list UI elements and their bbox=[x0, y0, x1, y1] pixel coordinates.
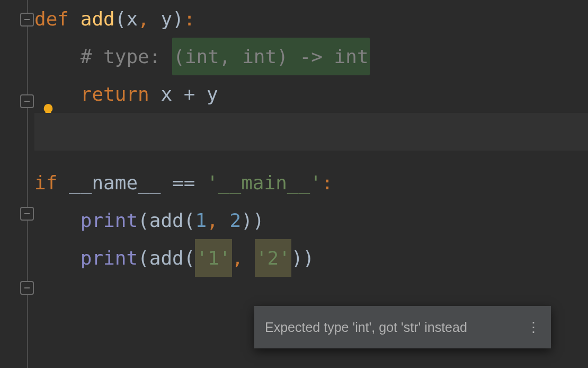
tooltip-text: Expected type 'int', got 'str' instead bbox=[265, 320, 467, 335]
paren-open: ( bbox=[138, 239, 149, 277]
int-literal: 1 bbox=[195, 201, 207, 239]
fold-toggle-icon[interactable] bbox=[20, 13, 34, 27]
comma: , bbox=[207, 201, 229, 239]
code-area[interactable]: def add(x, y): # type: (int, int) -> int… bbox=[34, 0, 588, 277]
builtin-print: print bbox=[81, 239, 138, 277]
svg-rect-2 bbox=[24, 213, 30, 214]
code-line-gap bbox=[34, 151, 588, 164]
dunder-name: __name__ bbox=[69, 164, 172, 201]
builtin-print: print bbox=[81, 201, 138, 239]
svg-rect-3 bbox=[24, 287, 30, 288]
string-literal-warning: '2' bbox=[255, 239, 291, 277]
return-expression: x + y bbox=[161, 75, 218, 113]
code-line[interactable]: # type: (int, int) -> int bbox=[34, 38, 588, 75]
comment-text: # type: bbox=[81, 38, 172, 75]
string-literal-warning: '1' bbox=[195, 239, 231, 277]
call-add: add bbox=[149, 201, 184, 239]
code-editor[interactable]: def add(x, y): # type: (int, int) -> int… bbox=[0, 0, 588, 368]
fold-toggle-icon[interactable] bbox=[20, 207, 34, 221]
code-line[interactable]: def add(x, y): bbox=[34, 0, 588, 38]
colon: : bbox=[322, 164, 333, 201]
paren-open: ( bbox=[184, 239, 195, 277]
indent bbox=[34, 38, 81, 75]
string-main: '__main__' bbox=[207, 164, 322, 201]
code-line[interactable]: print(add(1, 2)) bbox=[34, 201, 588, 239]
fold-guide-line bbox=[27, 0, 28, 368]
fold-toggle-icon[interactable] bbox=[20, 94, 34, 108]
keyword-if: if bbox=[34, 164, 69, 201]
int-literal: 2 bbox=[230, 201, 242, 239]
comma: , bbox=[232, 239, 255, 277]
type-hint-comment: (int, int) -> int bbox=[172, 38, 369, 75]
paren-close: ) bbox=[303, 239, 315, 277]
paren-open: ( bbox=[138, 201, 149, 239]
svg-rect-1 bbox=[24, 101, 30, 102]
param-y: y bbox=[161, 0, 172, 38]
paren-close: ) bbox=[253, 201, 264, 239]
indent bbox=[34, 75, 81, 113]
paren-open: ( bbox=[115, 0, 127, 38]
paren-close: ) bbox=[172, 0, 184, 38]
colon: : bbox=[184, 0, 195, 38]
param-x: x bbox=[126, 0, 138, 38]
fold-toggle-icon[interactable] bbox=[20, 281, 34, 295]
editor-gutter bbox=[0, 0, 34, 368]
keyword-def: def bbox=[34, 0, 81, 38]
paren-close: ) bbox=[241, 201, 253, 239]
operator-eq: == bbox=[172, 164, 207, 201]
indent bbox=[34, 201, 81, 239]
paren-close: ) bbox=[291, 239, 303, 277]
more-actions-icon[interactable]: ⋮ bbox=[527, 319, 540, 336]
inspection-tooltip[interactable]: Expected type 'int', got 'str' instead ⋮ bbox=[254, 306, 551, 348]
keyword-return: return bbox=[81, 75, 161, 113]
code-line[interactable]: print(add('1', '2')) bbox=[34, 239, 588, 277]
code-line-current[interactable] bbox=[34, 113, 588, 151]
indent bbox=[34, 239, 81, 277]
code-line[interactable]: if __name__ == '__main__': bbox=[34, 164, 588, 201]
code-line[interactable]: return x + y bbox=[34, 75, 588, 113]
call-add: add bbox=[149, 239, 184, 277]
svg-rect-0 bbox=[24, 19, 30, 20]
paren-open: ( bbox=[184, 201, 195, 239]
function-name: add bbox=[81, 0, 115, 38]
comma: , bbox=[138, 0, 161, 38]
